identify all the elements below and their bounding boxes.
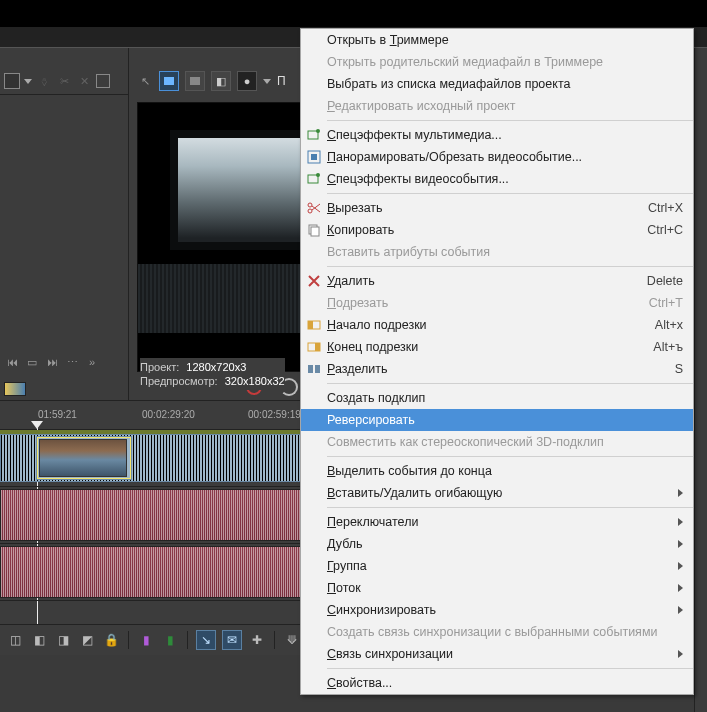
- tool-button[interactable]: ◫: [6, 631, 24, 649]
- menu-take[interactable]: Дубль: [301, 533, 693, 555]
- svg-point-5: [316, 173, 320, 177]
- envelope-tool-button[interactable]: ✉: [222, 630, 242, 650]
- menu-pair-as-stereo-3d-subclip: Совместить как стереоскопический 3D-подк…: [301, 431, 693, 453]
- menu-copy[interactable]: Копировать Ctrl+C: [301, 219, 693, 241]
- separator: [327, 120, 693, 121]
- menu-delete[interactable]: Удалить Delete: [301, 270, 693, 292]
- svg-point-1: [316, 129, 320, 133]
- submenu-arrow-icon: [678, 562, 683, 570]
- menu-media-fx[interactable]: Спецэффекты мультимедиа...: [301, 124, 693, 146]
- more-icon[interactable]: »: [84, 354, 100, 370]
- preview-mode-button[interactable]: [185, 71, 205, 91]
- menu-create-subclip[interactable]: Создать подклип: [301, 387, 693, 409]
- shortcut: Alt+х: [655, 318, 683, 332]
- time-tick: 01:59:21: [38, 409, 77, 420]
- marker-button[interactable]: ▮: [161, 631, 179, 649]
- left-toolbar: ⎀ ✂ ✕: [0, 68, 128, 95]
- video-clip-selected[interactable]: [36, 436, 132, 480]
- tool-icon[interactable]: ⎀: [36, 73, 52, 89]
- menu-split[interactable]: Разделить S: [301, 358, 693, 380]
- project-info: Проект: 1280x720x3 Предпросмотр: 320x180…: [140, 358, 285, 390]
- audio-waveform: [1, 490, 301, 540]
- preview-size-value: 320x180x32: [225, 375, 285, 387]
- menu-group[interactable]: Группа: [301, 555, 693, 577]
- left-transport-controls: ⏮ ▭ ⏭ ⋯ »: [4, 352, 124, 372]
- dots-icon[interactable]: ⋯: [64, 354, 80, 370]
- monitor-icon: [190, 77, 200, 85]
- separator: [327, 507, 693, 508]
- menu-select-events-to-end[interactable]: Выделить события до конца: [301, 460, 693, 482]
- shortcut: Delete: [647, 274, 683, 288]
- separator: [327, 193, 693, 194]
- lock-icon[interactable]: 🔒: [102, 631, 120, 649]
- left-panel: ⎀ ✂ ✕ ⏮ ▭ ⏭ ⋯ »: [0, 48, 129, 400]
- menu-sync-link[interactable]: Связь синхронизации: [301, 643, 693, 665]
- menu-synchronize[interactable]: Синхронизировать: [301, 599, 693, 621]
- shortcut: Ctrl+C: [647, 223, 683, 237]
- copy-icon: [306, 222, 322, 238]
- submenu-arrow-icon: [678, 606, 683, 614]
- menu-create-sync-link: Создать связь синхронизации с выбранными…: [301, 621, 693, 643]
- svg-rect-14: [308, 365, 313, 373]
- submenu-arrow-icon: [678, 584, 683, 592]
- cursor-icon[interactable]: ↖: [137, 73, 153, 89]
- separator: [187, 631, 188, 649]
- tool-button[interactable]: ◧: [30, 631, 48, 649]
- tool-button[interactable]: ◨: [54, 631, 72, 649]
- next-icon[interactable]: ⏭: [44, 354, 60, 370]
- menu-paste-event-attributes: Вставить атрибуты события: [301, 241, 693, 263]
- shortcut: S: [675, 362, 683, 376]
- separator: [327, 266, 693, 267]
- menu-trim-start[interactable]: Начало подрезки Alt+х: [301, 314, 693, 336]
- aspect-button[interactable]: ●: [237, 71, 257, 91]
- svg-rect-3: [311, 154, 317, 160]
- audio-clip[interactable]: [0, 546, 302, 598]
- delete-icon: [306, 273, 322, 289]
- prev-icon[interactable]: ⏮: [4, 354, 20, 370]
- context-menu: Открыть в Триммере Открыть родительский …: [300, 28, 694, 695]
- edit-tool-button[interactable]: ↘: [196, 630, 216, 650]
- dropdown-indicator[interactable]: [4, 73, 20, 89]
- menu-switches[interactable]: Переключатели: [301, 511, 693, 533]
- tool-button[interactable]: ⟱: [283, 631, 301, 649]
- shortcut: Ctrl+X: [648, 201, 683, 215]
- menu-stream[interactable]: Поток: [301, 577, 693, 599]
- tool-button[interactable]: ✚: [248, 631, 266, 649]
- time-tick: 00:02:59:19: [248, 409, 301, 420]
- marker-button[interactable]: ▮: [137, 631, 155, 649]
- svg-rect-11: [308, 321, 313, 329]
- menu-open-in-trimmer[interactable]: Открыть в Триммере: [301, 29, 693, 51]
- shortcut: Alt+ъ: [653, 340, 683, 354]
- fx-icon: [306, 171, 322, 187]
- preview-size-label: Предпросмотр:: [140, 375, 218, 387]
- preview-mode-external-button[interactable]: [159, 71, 179, 91]
- scissors-icon[interactable]: ✂: [56, 73, 72, 89]
- menu-select-from-project-media[interactable]: Выбрать из списка медиафайлов проекта: [301, 73, 693, 95]
- audio-waveform: [1, 547, 301, 597]
- menu-insert-remove-envelope[interactable]: Вставить/Удалить огибающую: [301, 482, 693, 504]
- svg-point-7: [308, 209, 312, 213]
- menu-trim: Подрезать Ctrl+T: [301, 292, 693, 314]
- menu-pan-crop[interactable]: Панорамировать/Обрезать видеособытие...: [301, 146, 693, 168]
- submenu-arrow-icon: [678, 518, 683, 526]
- menu-reverse[interactable]: Реверсировать: [301, 409, 693, 431]
- menu-cut[interactable]: Вырезать Ctrl+X: [301, 197, 693, 219]
- trim-end-icon: [306, 339, 322, 355]
- tool-button[interactable]: ◩: [78, 631, 96, 649]
- separator: [274, 631, 275, 649]
- separator: [128, 631, 129, 649]
- menu-edit-source-project: Редактировать исходный проект: [301, 95, 693, 117]
- segment-icon[interactable]: ▭: [24, 354, 40, 370]
- chevron-down-icon: [263, 79, 271, 84]
- menu-video-event-fx[interactable]: Спецэффекты видеособытия...: [301, 168, 693, 190]
- quality-button[interactable]: ◧: [211, 71, 231, 91]
- color-swatch: [4, 382, 26, 396]
- monitor-icon[interactable]: [96, 74, 110, 88]
- audio-clip[interactable]: [0, 489, 302, 541]
- chevron-down-icon: [24, 79, 32, 84]
- svg-rect-15: [315, 365, 320, 373]
- svg-rect-13: [315, 343, 320, 351]
- menu-properties[interactable]: Свойства...: [301, 672, 693, 694]
- x-icon[interactable]: ✕: [76, 73, 92, 89]
- menu-trim-end[interactable]: Конец подрезки Alt+ъ: [301, 336, 693, 358]
